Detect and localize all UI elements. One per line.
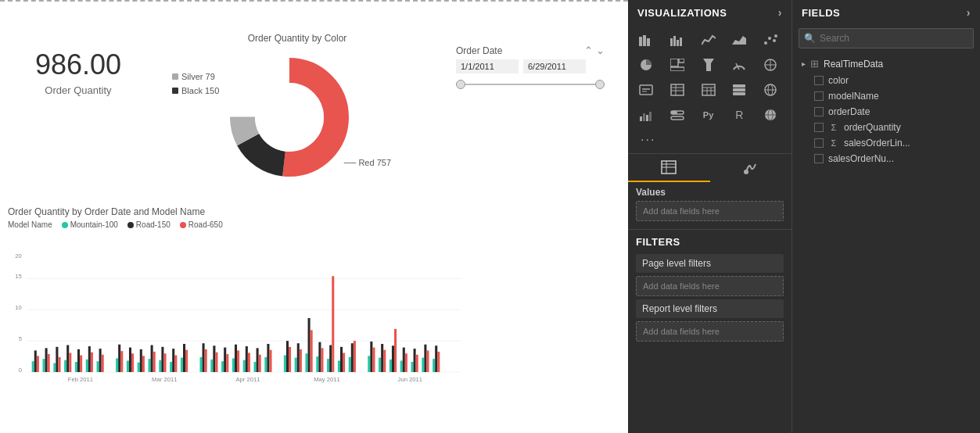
viz-more-dots[interactable]: ···	[634, 131, 662, 149]
globe2-icon[interactable]	[757, 103, 784, 127]
field-checkbox-salesordernu[interactable]	[814, 154, 824, 163]
svg-rect-66	[221, 361, 224, 372]
viz-panel-chevron[interactable]: ›	[778, 6, 782, 19]
py-viz-icon[interactable]: Py	[695, 103, 722, 127]
viz-panel-title: VISUALIZATIONS	[637, 7, 727, 19]
report-level-dropzone[interactable]: Add data fields here	[636, 321, 784, 342]
svg-rect-58	[183, 344, 185, 372]
field-group-realtimedata[interactable]: ▸ ⊞ RealTimeData	[799, 55, 974, 73]
fields-panel-chevron[interactable]: ›	[967, 6, 971, 19]
field-salesorderlin[interactable]: Σ salesOrderLin...	[799, 135, 974, 151]
page-level-dropzone[interactable]: Add data fields here	[636, 276, 784, 296]
legend-dot-mountain	[62, 222, 68, 228]
bar-stacked-icon[interactable]	[633, 28, 659, 52]
line-icon[interactable]	[695, 28, 722, 52]
svg-rect-67	[224, 348, 226, 372]
field-checkbox-orderquantity[interactable]	[814, 123, 824, 132]
svg-rect-25	[56, 347, 58, 372]
bar-grouped-icon[interactable]	[664, 28, 691, 52]
funnel-icon[interactable]	[695, 53, 722, 77]
date-filter-icon1[interactable]: ⌃	[584, 45, 593, 56]
svg-rect-102	[368, 356, 370, 372]
field-sigma-salesorderlin: Σ	[828, 138, 839, 148]
page-level-filters-label[interactable]: Page level filters	[636, 254, 784, 273]
table-icon[interactable]	[664, 78, 691, 102]
svg-rect-71	[237, 350, 239, 372]
svg-rect-125	[647, 38, 650, 46]
legend-road650-label: Road-650	[188, 220, 223, 229]
donut-title: Order Quantity by Color	[172, 33, 422, 44]
scatter-icon[interactable]	[757, 28, 784, 52]
svg-text:Feb 2011: Feb 2011	[68, 376, 93, 383]
date-range-inputs	[456, 59, 605, 73]
date-filter-icon2[interactable]: ⌄	[596, 45, 605, 56]
r-viz-icon[interactable]: R	[726, 103, 752, 127]
kpi-card: 986.00 Order Quantity	[16, 48, 141, 96]
field-checkbox-modelname[interactable]	[814, 91, 824, 101]
map-icon[interactable]	[757, 53, 784, 77]
svg-rect-27	[64, 360, 66, 372]
date-end-input[interactable]	[523, 59, 586, 73]
svg-rect-104	[372, 348, 375, 372]
field-orderdate[interactable]: orderDate	[799, 104, 974, 120]
svg-rect-50	[153, 352, 156, 372]
viz-values-dropzone[interactable]: Add data fields here	[636, 201, 784, 221]
card-icon[interactable]	[633, 78, 659, 102]
slider-thumb-left[interactable]	[456, 80, 465, 89]
field-label-orderdate: orderDate	[828, 106, 870, 117]
svg-rect-85	[297, 343, 300, 372]
pie-icon[interactable]	[633, 53, 659, 77]
viz-tab-format[interactable]	[710, 154, 792, 182]
waterfall-icon[interactable]	[633, 103, 659, 127]
svg-rect-83	[289, 347, 291, 372]
svg-rect-35	[91, 352, 93, 372]
filters-section: FILTERS Page level filters Add data fiel…	[628, 229, 792, 351]
svg-rect-34	[88, 346, 91, 372]
field-modelname[interactable]: modelName	[799, 88, 974, 104]
date-start-input[interactable]	[456, 59, 519, 73]
fields-panel: FIELDS › 🔍 ▸ ⊞ RealTimeData color modelN…	[792, 0, 980, 433]
svg-rect-167	[671, 116, 684, 120]
svg-rect-56	[174, 356, 177, 372]
group-table-icon: ⊞	[810, 58, 819, 70]
fields-search-input[interactable]	[799, 28, 974, 48]
slider-thumb-right[interactable]	[595, 80, 605, 89]
group-expand-icon: ▸	[802, 59, 806, 68]
filters-title: FILTERS	[636, 236, 784, 248]
svg-rect-30	[75, 362, 77, 372]
svg-rect-61	[203, 343, 205, 372]
viz-values-section: Values Add data fields here	[628, 182, 792, 229]
gauge-icon[interactable]	[726, 53, 752, 77]
svg-rect-77	[259, 355, 261, 372]
svg-rect-48	[149, 359, 151, 372]
field-orderquantity[interactable]: Σ orderQuantity	[799, 120, 974, 135]
svg-text:15: 15	[15, 273, 22, 280]
legend-road150: Road-150	[127, 220, 171, 229]
svg-point-133	[773, 39, 776, 42]
treemap-icon[interactable]	[664, 53, 691, 77]
svg-rect-114	[411, 362, 413, 372]
field-salesordernu[interactable]: salesOrderNu...	[799, 151, 974, 166]
svg-rect-21	[42, 359, 45, 372]
svg-point-131	[764, 41, 767, 45]
report-level-filters-label[interactable]: Report level filters	[636, 299, 784, 318]
svg-rect-40	[118, 345, 120, 372]
globe-icon[interactable]	[757, 78, 784, 102]
matrix-icon[interactable]	[695, 78, 722, 102]
svg-rect-72	[243, 360, 246, 372]
svg-rect-29	[69, 352, 71, 372]
field-checkbox-salesorderlin[interactable]	[814, 138, 824, 148]
svg-rect-32	[80, 356, 82, 372]
slicer-icon[interactable]	[664, 103, 691, 127]
field-checkbox-orderdate[interactable]	[814, 107, 824, 116]
field-checkbox-color[interactable]	[814, 76, 824, 85]
svg-rect-23	[48, 354, 50, 372]
viz-tab-fields[interactable]	[628, 154, 710, 182]
svg-rect-86	[300, 349, 302, 372]
date-filter: Order Date ⌃ ⌄	[456, 45, 605, 91]
multi-row-icon[interactable]	[726, 78, 752, 102]
svg-rect-123	[639, 37, 642, 46]
field-color[interactable]: color	[799, 73, 974, 88]
date-slider[interactable]	[456, 78, 605, 91]
area-icon[interactable]	[726, 28, 752, 52]
